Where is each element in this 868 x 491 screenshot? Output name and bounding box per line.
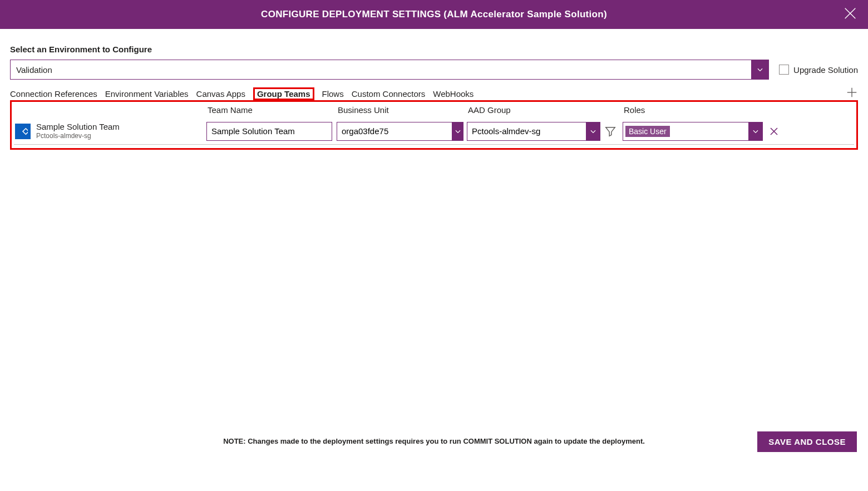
aad-group-select-input[interactable]	[467, 122, 586, 141]
footer-note-area: NOTE: Changes made to the deployment set…	[0, 436, 868, 445]
environment-select-input[interactable]	[10, 60, 751, 80]
table-row: Sample Solution Team Pctools-almdev-sg	[14, 118, 854, 145]
chevron-down-icon	[454, 127, 462, 135]
chevron-down-icon	[589, 127, 597, 135]
business-unit-dropdown-button[interactable]	[452, 122, 463, 141]
close-icon	[842, 6, 858, 21]
close-icon	[769, 126, 779, 136]
close-dialog-button[interactable]	[842, 6, 858, 25]
business-unit-select-input[interactable]	[337, 122, 452, 141]
tab-custom-connectors[interactable]: Custom Connectors	[352, 88, 426, 100]
team-icon	[15, 124, 31, 139]
filter-icon	[604, 125, 617, 138]
team-display-name: Sample Solution Team	[36, 122, 120, 132]
chevron-down-icon	[752, 127, 760, 135]
team-identity-text: Sample Solution Team Pctools-almdev-sg	[36, 122, 120, 141]
environment-select[interactable]	[10, 60, 769, 80]
footer-note: NOTE: Changes made to the deployment set…	[223, 437, 645, 445]
save-and-close-button[interactable]: SAVE AND CLOSE	[757, 431, 857, 452]
svg-rect-4	[23, 128, 28, 134]
add-row-button[interactable]	[846, 86, 858, 99]
tab-environment-variables[interactable]: Environment Variables	[105, 88, 189, 100]
col-header-business-unit: Business Unit	[337, 105, 467, 115]
team-display-sub: Pctools-almdev-sg	[36, 132, 120, 140]
environment-select-dropdown-button[interactable]	[751, 60, 769, 80]
dialog-content: Select an Environment to Configure Upgra…	[0, 29, 868, 150]
col-header-team-name: Team Name	[206, 105, 337, 115]
tab-webhooks[interactable]: WebHooks	[433, 88, 474, 100]
role-tag: Basic User	[625, 126, 670, 137]
grid-header: Team Name Business Unit AAD Group Roles	[14, 105, 854, 115]
col-header-aad-group: AAD Group	[467, 105, 603, 115]
dialog-title: CONFIGURE DEPLOYMENT SETTINGS (ALM Accel…	[261, 9, 607, 20]
tab-connection-references[interactable]: Connection References	[10, 88, 97, 100]
chevron-down-icon	[756, 66, 764, 73]
environment-row: Upgrade Solution	[10, 60, 858, 80]
delete-row-button[interactable]	[766, 124, 782, 139]
tabs-bar: Connection References Environment Variab…	[10, 87, 858, 101]
upgrade-solution-checkbox-wrap[interactable]: Upgrade Solution	[779, 65, 858, 75]
environment-label: Select an Environment to Configure	[10, 45, 858, 54]
plus-icon	[846, 86, 858, 99]
upgrade-solution-checkbox[interactable]	[779, 65, 789, 75]
team-name-input[interactable]	[206, 122, 332, 141]
tab-group-teams[interactable]: Group Teams	[253, 87, 314, 100]
dialog-header: CONFIGURE DEPLOYMENT SETTINGS (ALM Accel…	[0, 0, 868, 29]
roles-select-display[interactable]: Basic User	[623, 122, 748, 141]
upgrade-solution-label: Upgrade Solution	[793, 65, 858, 75]
roles-dropdown-button[interactable]	[748, 122, 763, 141]
tab-flows[interactable]: Flows	[322, 88, 344, 100]
col-header-roles: Roles	[623, 105, 764, 115]
aad-group-filter-button[interactable]	[603, 124, 618, 139]
team-identity-cell: Sample Solution Team Pctools-almdev-sg	[14, 122, 206, 141]
group-teams-grid-highlight: Team Name Business Unit AAD Group Roles …	[10, 100, 858, 150]
tab-canvas-apps[interactable]: Canvas Apps	[196, 88, 245, 100]
aad-group-dropdown-button[interactable]	[586, 122, 600, 141]
